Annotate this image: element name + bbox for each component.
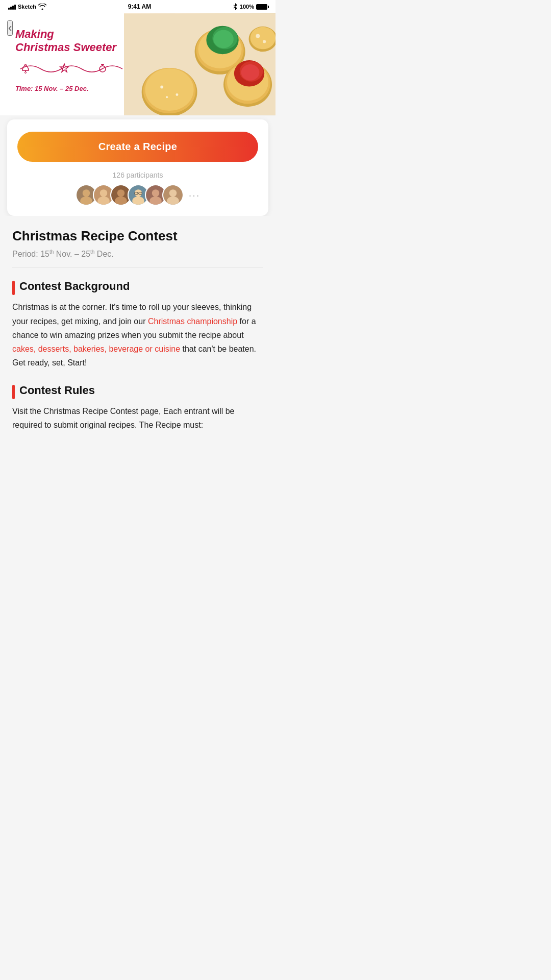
svg-point-30 (82, 189, 89, 197)
categories-highlight: cakes, desserts, bakeries, beverage or c… (12, 345, 180, 353)
participants-section: 126 participants (17, 171, 258, 206)
svg-point-3 (145, 68, 194, 111)
period-end: Dec. (94, 250, 113, 258)
rules-heading: Contest Rules (12, 384, 263, 397)
rules-body: Visit the Christmas Recipe Contest page,… (12, 404, 263, 432)
hero-time: Time: 15 Nov. – 25 Dec. (15, 85, 141, 92)
avatar (162, 184, 184, 206)
bluetooth-icon (233, 3, 238, 10)
svg-point-24 (25, 71, 27, 73)
hero-title: Making Christmas Sweeter (15, 28, 141, 55)
svg-point-18 (166, 96, 168, 98)
svg-point-21 (256, 34, 260, 38)
svg-point-15 (241, 64, 260, 81)
status-bar: Sketch 9:41 AM 100% (0, 0, 276, 13)
contest-period: Period: 15th Nov. – 25th Dec. (12, 249, 263, 259)
battery-icon (256, 4, 267, 10)
wifi-icon (38, 4, 46, 10)
hero-decorations (15, 59, 141, 82)
hero-text-content: Making Christmas Sweeter (0, 13, 152, 97)
status-left: Sketch (8, 4, 46, 10)
svg-point-40 (132, 197, 144, 206)
svg-point-9 (213, 30, 234, 48)
create-recipe-button[interactable]: Create a Recipe (17, 132, 258, 162)
signal-icon (8, 4, 16, 10)
carrier-name: Sketch (18, 4, 36, 10)
background-heading: Contest Background (12, 280, 263, 293)
avatars-row: ··· (17, 184, 258, 206)
svg-point-36 (117, 189, 124, 197)
action-card: Create a Recipe 126 participants (7, 119, 268, 216)
main-content: Christmas Recipe Contest Period: 15th No… (0, 216, 276, 432)
svg-point-31 (80, 197, 92, 206)
svg-point-33 (99, 189, 107, 197)
section-divider (12, 267, 263, 267)
hero-section: ‹ Making Christmas Sweeter (0, 13, 276, 115)
more-participants-dots: ··· (189, 189, 201, 201)
svg-point-49 (167, 197, 179, 206)
status-time: 9:41 AM (128, 3, 152, 10)
svg-point-16 (160, 86, 163, 89)
svg-point-22 (263, 40, 266, 43)
period-mid: Nov. – 25 (54, 250, 90, 258)
svg-point-45 (152, 189, 159, 197)
period-label: Period: 15 (12, 250, 49, 258)
svg-point-48 (169, 189, 176, 197)
contest-title: Christmas Recipe Contest (12, 228, 263, 244)
championship-link[interactable]: Christmas championship (148, 317, 237, 326)
contest-background-section: Contest Background Christmas is at the c… (12, 280, 263, 370)
svg-point-34 (97, 197, 110, 206)
participants-count: 126 participants (17, 171, 258, 179)
status-right: 100% (233, 3, 267, 10)
background-body: Christmas is at the corner. It's time to… (12, 300, 263, 370)
svg-point-37 (115, 197, 127, 206)
svg-point-17 (176, 93, 178, 96)
decoration-svg (15, 59, 128, 79)
contest-rules-section: Contest Rules Visit the Christmas Recipe… (12, 384, 263, 432)
svg-point-46 (149, 197, 162, 206)
battery-percentage: 100% (240, 4, 254, 10)
svg-point-20 (251, 27, 276, 50)
